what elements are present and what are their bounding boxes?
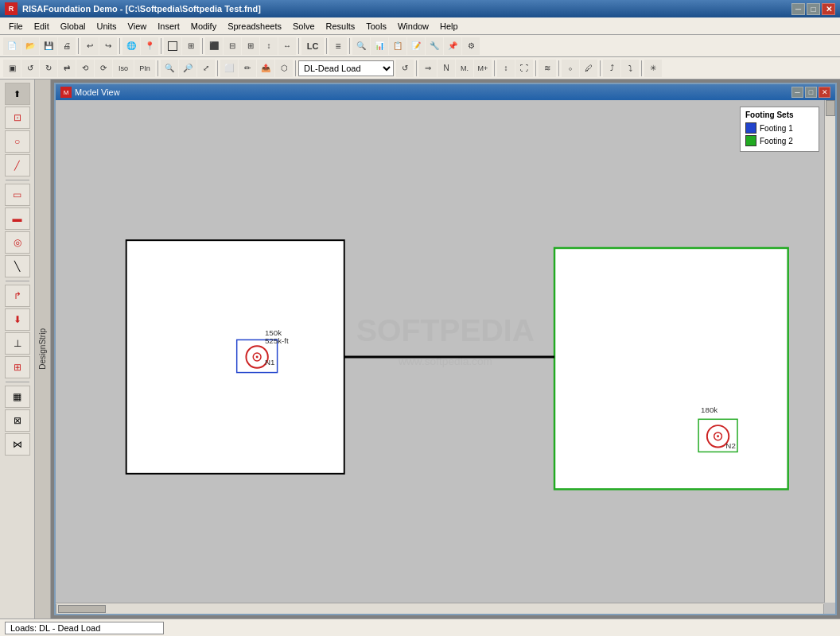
menu-global[interactable]: Global [55,20,91,33]
tb-btn-9[interactable]: ↔ [278,37,296,55]
sidebar-fix[interactable]: ⊞ [5,356,30,378]
rect-select-button[interactable] [164,37,181,55]
menu-tools[interactable]: Tools [360,20,392,33]
tb2-btn-22[interactable]: ⤵ [621,60,639,77]
node1-label: N1 [265,358,274,366]
redo-button[interactable]: ↪ [99,37,117,55]
sidebar-rect[interactable]: ▭ [5,184,30,206]
close-button[interactable]: ✕ [822,3,835,15]
tb2-btn-16[interactable]: ↕ [497,60,515,77]
tb2-btn-6[interactable]: ⟳ [95,60,112,77]
menu-units[interactable]: Units [91,20,122,33]
undo-button[interactable]: ↩ [81,37,99,55]
sidebar-diag[interactable]: ╲ [5,255,30,277]
eq-button[interactable]: ≡ [329,37,347,55]
sidebar-pointer[interactable]: ⬆ [5,83,30,105]
menu-file[interactable]: File [3,20,29,33]
minimize-button[interactable]: ─ [791,3,805,15]
tb2-btn-5[interactable]: ⟲ [76,60,94,77]
menu-insert[interactable]: Insert [152,20,185,33]
tb-btn-8[interactable]: ↕ [260,37,278,55]
menu-bar: File Edit Global Units View Insert Modif… [0,17,840,35]
tb-btn-12[interactable]: 📋 [389,37,406,55]
sidebar-line[interactable]: ╱ [5,154,30,176]
canvas-area[interactable]: SOFTPEDIA www.softpedia.com [56,100,835,614]
sep-4 [202,38,203,54]
mv-minimize-button[interactable]: ─ [791,87,803,98]
tb2-btn-7[interactable]: ⬜ [220,60,238,77]
tb2-btn-8[interactable]: ✏ [239,60,256,77]
tb2-btn-3[interactable]: ↻ [40,60,57,77]
grid-button[interactable]: ⊞ [182,37,200,55]
menu-solve[interactable]: Solve [287,20,321,33]
tb-btn-15[interactable]: 📌 [444,37,461,55]
legend-title: Footing Sets [745,111,814,119]
design-strip[interactable]: DesignStrip [35,80,51,619]
tb-btn-5[interactable]: ⬛ [205,37,223,55]
sidebar-spring[interactable]: ⊠ [5,409,30,432]
tb2-btn-20[interactable]: 🖊 [580,60,597,77]
zoom-in-button[interactable]: 🔍 [161,60,178,77]
footing1-large-rect [126,240,344,474]
tb2-btn-1[interactable]: ▣ [3,60,21,77]
node1-center-dot [256,356,259,359]
menu-window[interactable]: Window [392,20,434,33]
menu-results[interactable]: Results [321,20,361,33]
new-button[interactable]: 📄 [3,37,21,55]
save-button[interactable]: 💾 [40,37,57,55]
tb2-btn-11[interactable]: ↺ [396,60,414,77]
sidebar-fix2[interactable]: ▦ [5,386,30,408]
zoom-out-button[interactable]: 🔎 [179,60,196,77]
sidebar-divider-3 [6,382,29,382]
sidebar-select-box[interactable]: ⊡ [5,107,30,129]
tb-btn-11[interactable]: 📊 [371,37,388,55]
tb2-btn-14[interactable]: M. [456,60,473,77]
tb2-btn-4[interactable]: ⇄ [58,60,76,77]
menu-help[interactable]: Help [434,20,464,33]
tb2-btn-23[interactable]: ✳ [644,60,662,77]
tb2-btn-12[interactable]: ⇒ [419,60,437,77]
tb-btn-16[interactable]: ⚙ [462,37,480,55]
sidebar-disp[interactable]: ⊥ [5,332,30,355]
tb-btn-7[interactable]: ⊞ [242,37,259,55]
tb2-btn-9[interactable]: 📤 [257,60,274,77]
sidebar-circle2[interactable]: ◎ [5,231,30,254]
tb-btn-14[interactable]: 🔧 [426,37,443,55]
title-bar: R RISAFoundation Demo - [C:\Softpedia\So… [0,0,840,17]
menu-view[interactable]: View [122,20,153,33]
menu-edit[interactable]: Edit [29,20,55,33]
tb-btn-10[interactable]: 🔍 [352,37,370,55]
insert-button[interactable]: 📍 [141,37,158,55]
sidebar-moment[interactable]: ↱ [5,285,30,307]
open-button[interactable]: 📂 [21,37,39,55]
tb2-btn-13[interactable]: N [438,60,455,77]
menu-modify[interactable]: Modify [185,20,222,33]
sidebar-rect2[interactable]: ▬ [5,207,30,230]
lc-button[interactable]: LC [301,37,324,55]
tb2-btn-15[interactable]: M+ [474,60,492,77]
tb2-btn-18[interactable]: ≋ [539,60,556,77]
sidebar-force[interactable]: ⬇ [5,308,30,331]
tb2-btn-19[interactable]: ⬦ [562,60,579,77]
globe-button[interactable]: 🌐 [122,37,140,55]
node2-label: N2 [725,441,735,450]
tb2-iso-button[interactable]: Iso [113,60,134,77]
mv-maximize-button[interactable]: □ [805,87,817,98]
sidebar-spring2[interactable]: ⋈ [5,433,30,456]
zoom-fit-button[interactable]: ⤢ [197,60,215,77]
tb2-btn-21[interactable]: ⤴ [603,60,620,77]
print-button[interactable]: 🖨 [58,37,76,55]
tb2-pin-button[interactable]: PIn [134,60,155,77]
left-sidebar: ⬆ ⊡ ○ ╱ ▭ ▬ ◎ ╲ ↱ ⬇ ⊥ ⊞ ▦ ⊠ ⋈ [0,80,35,619]
mv-close-button[interactable]: ✕ [819,87,830,98]
load-dropdown[interactable]: DL-Dead Load LL-Live Load WL-Wind Load [298,60,394,76]
sidebar-circle[interactable]: ○ [5,130,30,153]
menu-spreadsheets[interactable]: Spreadsheets [222,20,287,33]
tb2-btn-2[interactable]: ↺ [21,60,39,77]
tb2-btn-17[interactable]: ⛶ [515,60,533,77]
maximize-button[interactable]: □ [807,3,820,15]
tb-btn-6[interactable]: ⊟ [224,37,241,55]
tb2-btn-10[interactable]: ⬡ [275,60,293,77]
tb-btn-13[interactable]: 📝 [407,37,425,55]
watermark-text: SOFTPEDIA [356,313,535,347]
